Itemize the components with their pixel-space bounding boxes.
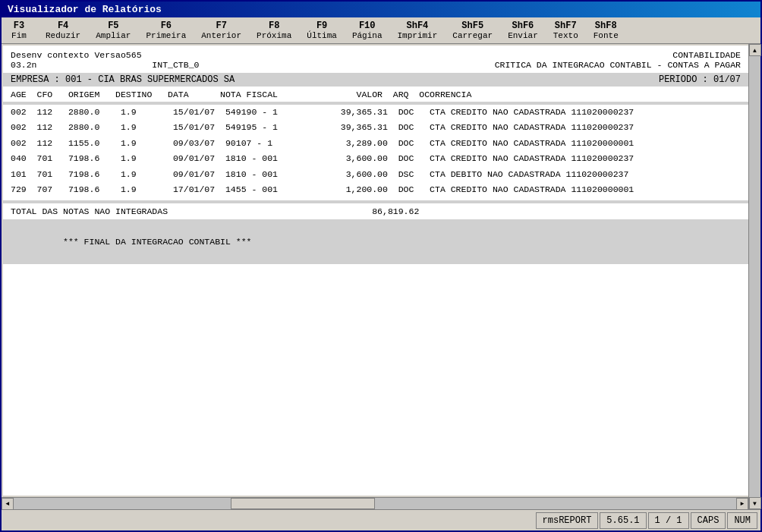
toolbar-label: Última	[307, 31, 337, 40]
toolbar-item-shf7[interactable]: ShF7Texto	[553, 20, 578, 40]
scroll-left-btn[interactable]: ◄	[2, 498, 14, 510]
final-message-row: *** FINAL DA INTEGRACAO CONTABIL ***	[3, 222, 748, 261]
toolbar-label: Anterior	[201, 31, 241, 40]
toolbar-item-f6[interactable]: F6Primeira	[146, 20, 186, 40]
data-rows-container: 002 112 2880.0 1.9 15/01/07 549190 - 1 3…	[3, 105, 748, 197]
scrollbar-bottom: ◄ ►	[2, 497, 748, 509]
toolbar-key: ShF8	[595, 20, 617, 31]
num-segment: NUM	[727, 512, 757, 529]
title-label: Visualizador de Relatórios	[8, 4, 162, 15]
periodo-label: PERIODO : 01/07	[659, 74, 741, 85]
toolbar-label: Imprimir	[398, 31, 438, 40]
scroll-up-btn[interactable]: ▲	[749, 44, 761, 56]
app-name-segment: rmsREPORT	[536, 512, 599, 529]
num-label: NUM	[734, 515, 751, 526]
toolbar-key: F4	[58, 20, 68, 31]
main-area: Desenv contexto Versao565 CONTABILIDADE …	[2, 44, 760, 509]
toolbar-label: Fim	[11, 31, 27, 40]
status-bar: rmsREPORT 5.65.1 1 / 1 CAPS NUM	[2, 509, 760, 530]
toolbar-key: F5	[108, 20, 118, 31]
table-row: 002 112 2880.0 1.9 15/01/07 549190 - 1 3…	[11, 105, 741, 120]
toolbar-key: ShF5	[461, 20, 483, 31]
pages-segment: 1 / 1	[648, 512, 689, 529]
title-bar: Visualizador de Relatórios	[2, 2, 760, 17]
toolbar-item-f8[interactable]: F8Próxima	[257, 20, 291, 40]
toolbar-label: Texto	[553, 31, 578, 40]
hscroll-thumb[interactable]	[231, 498, 375, 509]
version-segment: 5.65.1	[600, 512, 646, 529]
toolbar-label: Reduzir	[46, 31, 80, 40]
title-right2: CRITICA DA INTEGRACAO CONTABIL - CONTAS …	[495, 60, 741, 70]
empresa-label: EMPRESA : 001 - CIA BRAS SUPERMERCADOS S…	[11, 74, 235, 85]
table-row: 002 112 1155.0 1.9 09/03/07 90107 - 1 3,…	[11, 136, 741, 151]
toolbar-item-f3[interactable]: F3Fim	[8, 20, 30, 40]
toolbar-key: ShF7	[555, 20, 577, 31]
pages: 1 / 1	[655, 515, 682, 526]
toolbar-item-f7[interactable]: F7Anterior	[201, 20, 241, 40]
scroll-down-btn[interactable]: ▼	[749, 497, 761, 509]
toolbar-label: Fonte	[594, 31, 619, 40]
toolbar-label: Próxima	[257, 31, 291, 40]
report-header: Desenv contexto Versao565 CONTABILIDADE …	[3, 46, 748, 73]
toolbar-item-f4[interactable]: F4Reduzir	[46, 20, 80, 40]
toolbar-key: ShF4	[407, 20, 429, 31]
total-row: TOTAL DAS NOTAS NAO INTEGRADAS 86,819.62	[3, 203, 748, 219]
toolbar-item-shf4[interactable]: ShF4Imprimir	[398, 20, 438, 40]
toolbar-item-shf6[interactable]: ShF6Enviar	[508, 20, 538, 40]
final-message: *** FINAL DA INTEGRACAO CONTABIL ***	[63, 237, 251, 247]
table-row: 040 701 7198.6 1.9 09/01/07 1810 - 001 3…	[11, 151, 741, 166]
toolbar-label: Página	[352, 31, 383, 40]
context-line2: 03.2n INT_CTB_0	[11, 60, 199, 70]
table-row: 729 707 7198.6 1.9 17/01/07 1455 - 001 1…	[11, 182, 741, 197]
scroll-right-btn[interactable]: ►	[736, 498, 748, 510]
toolbar-key: ShF6	[512, 20, 534, 31]
caps-segment: CAPS	[691, 512, 726, 529]
col-header-text: AGE CFO ORIGEM DESTINO DATA NOTA FISCAL …	[11, 90, 471, 99]
scrollbar-right: ▲ ▼	[748, 44, 760, 509]
table-row: 002 112 2880.0 1.9 15/01/07 549195 - 1 3…	[11, 120, 741, 135]
content-area: Desenv contexto Versao565 CONTABILIDADE …	[3, 46, 748, 496]
title-right1: CONTABILIDADE	[672, 50, 741, 60]
toolbar-key: F8	[269, 20, 279, 31]
toolbar-key: F3	[14, 20, 24, 31]
toolbar-label: Enviar	[508, 31, 538, 40]
toolbar-label: Primeira	[146, 31, 186, 40]
toolbar-label: Carregar	[452, 31, 493, 40]
toolbar-item-shf5[interactable]: ShF5Carregar	[452, 20, 493, 40]
toolbar-key: F7	[216, 20, 226, 31]
vscroll-track[interactable]	[749, 56, 760, 497]
toolbar-item-f9[interactable]: F9Última	[307, 20, 337, 40]
total-label: TOTAL DAS NOTAS NAO INTEGRADAS	[11, 206, 168, 216]
table-row: 101 701 7198.6 1.9 09/01/07 1810 - 001 3…	[11, 167, 741, 182]
version: 5.65.1	[606, 515, 639, 526]
toolbar: F3FimF4ReduzirF5AmpliarF6PrimeiraF7Anter…	[2, 17, 760, 44]
hscroll-track[interactable]	[14, 498, 736, 509]
toolbar-key: F6	[161, 20, 172, 31]
context-line1: Desenv contexto Versao565	[11, 50, 142, 60]
toolbar-item-shf8[interactable]: ShF8Fonte	[594, 20, 619, 40]
toolbar-label: Ampliar	[96, 31, 131, 40]
toolbar-item-f10[interactable]: F10Página	[352, 20, 383, 40]
caps-label: CAPS	[697, 515, 719, 526]
toolbar-key: F10	[359, 20, 376, 31]
column-headers: AGE CFO ORIGEM DESTINO DATA NOTA FISCAL …	[3, 87, 748, 102]
divider-fin	[3, 261, 748, 264]
toolbar-key: F9	[316, 20, 327, 31]
app-name: rmsREPORT	[543, 515, 592, 526]
total-value: 86,819.62	[168, 206, 419, 216]
toolbar-item-f5[interactable]: F5Ampliar	[96, 20, 131, 40]
empresa-row: EMPRESA : 001 - CIA BRAS SUPERMERCADOS S…	[3, 73, 748, 87]
